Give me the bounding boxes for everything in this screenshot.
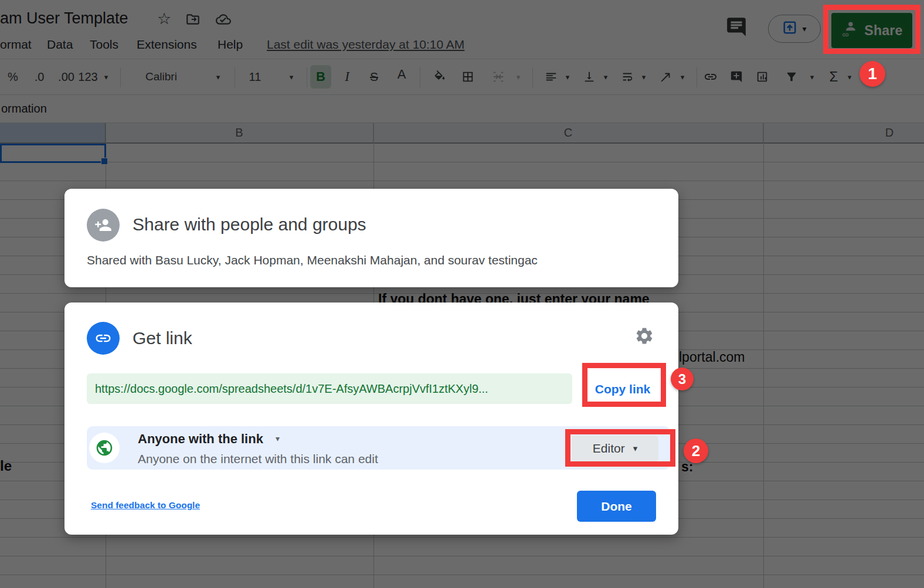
get-link-card: Get link https://docs.google.com/spreads… [64,303,678,535]
screenshot-stage: am User Template ☆ ormat Data Tools Exte… [0,0,924,588]
share-url-field[interactable]: https://docs.google.com/spreadsheets/d/1… [87,373,572,404]
access-scope-description: Anyone on the internet with this link ca… [138,452,378,466]
get-link-icon [87,322,120,355]
share-people-subtitle: Shared with Basu Lucky, Jack Hopman, Mee… [87,253,538,267]
access-scope-label[interactable]: Anyone with the link [138,431,263,447]
public-globe-icon [89,433,120,463]
share-people-title: Share with people and groups [133,215,366,234]
share-url-text: https://docs.google.com/spreadsheets/d/1… [95,382,488,396]
annotation-box-copy-link [582,363,666,407]
share-people-card: Share with people and groups Shared with… [64,189,678,287]
annotation-box-share [823,5,920,54]
annotation-badge-3: 3 [671,368,694,390]
link-settings-gear-icon[interactable] [634,326,654,348]
access-scope-caret-icon[interactable]: ▾ [276,434,280,443]
done-button[interactable]: Done [577,491,656,522]
annotation-badge-2: 2 [684,439,708,463]
get-link-title: Get link [133,328,192,348]
send-feedback-link[interactable]: Send feedback to Google [91,500,200,511]
annotation-badge-1: 1 [860,61,885,87]
person-add-icon [87,209,120,242]
annotation-box-editor [565,429,675,467]
